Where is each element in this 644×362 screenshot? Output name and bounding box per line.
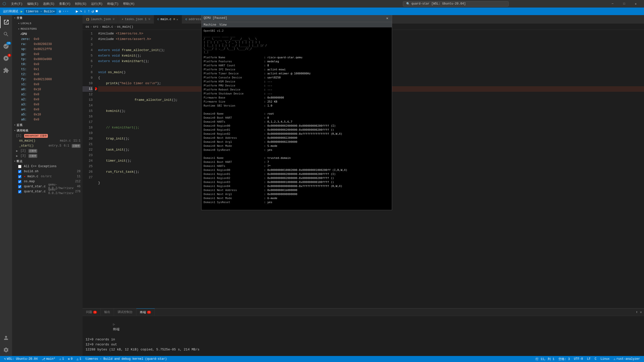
tab-main-c[interactable]: C main.c M ✕ <box>154 15 182 24</box>
tab-close-main[interactable]: ✕ <box>176 18 178 21</box>
status-spaces[interactable]: 空格: 3 <box>556 356 572 362</box>
menu-help[interactable]: 帮助(H) <box>121 1 137 7</box>
activity-explorer[interactable] <box>0 16 12 28</box>
callstack-thread3-header[interactable]: ▶ [3] 已暂停 <box>12 153 83 158</box>
monitor-label: 监视 <box>17 123 22 127</box>
error-icon: ⊗ <box>68 357 70 361</box>
menu-run[interactable]: 运行(R) <box>89 1 105 7</box>
activity-extensions[interactable] <box>0 64 12 76</box>
menu-terminal[interactable]: 终端(T) <box>105 1 121 7</box>
qemu-menu-view[interactable]: View <box>219 23 226 27</box>
qemu-info-line: Domain0 Boot HART: 0 <box>204 116 390 120</box>
panel-tab-problems[interactable]: 问题 1 <box>83 308 101 316</box>
variables-label: 变量 <box>17 16 22 20</box>
output-label: 输出 <box>104 310 110 314</box>
status-eol[interactable]: LF <box>585 356 593 362</box>
activity-scm[interactable]: 19 <box>0 40 12 52</box>
menu-edit[interactable]: 编辑(E) <box>25 1 41 7</box>
tab-launch-json[interactable]: {} launch.json U <box>83 15 118 24</box>
debug-settings-icon[interactable]: ⚙ <box>59 9 61 14</box>
tab-icon-tasks: ⚡ <box>122 18 123 21</box>
qemu-menu-machine[interactable]: Machine <box>204 23 216 27</box>
debug-config-status: timeros - Build and debug kernel (quard-… <box>85 357 167 361</box>
qemu-info-line: Domain1 Region04: 0x0000000000000000-0xf… <box>204 184 390 188</box>
panel-tab-debug-console[interactable]: 调试控制台 <box>114 308 136 316</box>
activity-accounts[interactable] <box>0 332 12 344</box>
bp-main-c[interactable]: ● main.c os/src 11 <box>12 174 83 179</box>
terminal-close-btn[interactable]: ✕ <box>640 310 642 314</box>
menu-goto[interactable]: 转到(G) <box>73 1 89 7</box>
status-os[interactable]: Linux <box>598 356 612 362</box>
terminal-line-3: 12288 bytes (12 kB, 12 KiB) copied, 5.75… <box>86 347 641 352</box>
activity-settings[interactable] <box>0 344 12 356</box>
close-button[interactable]: ✕ <box>630 0 641 8</box>
status-info[interactable]: △ 1 <box>75 356 83 362</box>
registers-label: Registers <box>21 27 37 30</box>
menu-select[interactable]: 选择(S) <box>41 1 57 7</box>
thread1-badge: BREAKPOINT 已暂停 <box>24 134 48 138</box>
breakpoints-section-header[interactable]: ▾ 断点 <box>12 158 83 164</box>
callstack-start[interactable]: _start() entry.S 6:1 已暂停 <box>12 143 83 148</box>
line-numbers: 12345 678910 11 1213141516 1718192021 22… <box>83 30 95 308</box>
status-warnings[interactable]: ⚠ 1 <box>57 356 66 362</box>
status-debug-config[interactable]: timeros - Build and debug kernel (quard-… <box>83 356 534 362</box>
breadcrumb-os-main[interactable]: os_main() <box>117 25 133 29</box>
terminal-line-1: 12+0 records in <box>86 337 641 342</box>
search-bar[interactable]: 🔍 quard-star [WSL: Ubuntu-20.04] <box>403 1 509 7</box>
registers-header[interactable]: ▾ Registers <box>12 26 83 32</box>
qemu-info-line: Runtime SBI Version: 1.0 <box>204 104 390 108</box>
status-encoding[interactable]: UTF-8 <box>572 356 585 362</box>
panel-tab-terminal[interactable]: 终端 1 <box>136 308 155 316</box>
debug-restart-btn[interactable]: ↺ <box>92 9 94 14</box>
locals-header[interactable]: ▾ Locals <box>12 21 83 26</box>
terminal-maximize-btn[interactable]: ⬆ <box>636 310 638 314</box>
status-branch[interactable]: ⎇ main* <box>40 356 57 362</box>
debug-stop-btn[interactable]: ■ <box>95 9 98 14</box>
breadcrumb-main-c[interactable]: main.c <box>102 25 113 29</box>
menu-view[interactable]: 查看(V) <box>57 1 73 7</box>
activity-run[interactable]: 1 <box>0 52 12 64</box>
debug-continue-btn[interactable]: ▶ <box>76 9 78 14</box>
minimize-button[interactable]: ─ <box>607 0 618 8</box>
qemu-info-line: Domain1 Region00: 0x0000000010002000-0x0… <box>204 168 390 172</box>
bp-quard1-count: 46 <box>77 185 81 188</box>
callstack-section-header[interactable]: ▾ 调用堆栈 <box>12 128 83 133</box>
debug-config-label[interactable]: timeros - Builc▾ <box>24 9 56 14</box>
breadcrumb-os[interactable]: os <box>86 25 89 29</box>
menu-file[interactable]: 文件(F) <box>9 1 25 7</box>
tab-tasks-json[interactable]: ⚡ tasks.json 1 U <box>118 15 154 24</box>
cpu-label: CPU <box>21 32 27 36</box>
status-position[interactable]: 行 11, 列 1 <box>534 356 556 362</box>
activity-search[interactable] <box>0 28 12 40</box>
status-language[interactable]: C <box>593 356 598 362</box>
status-wsl[interactable]: ⌥ WSL: Ubuntu-20.04 <box>2 356 40 362</box>
bp-quard2[interactable]: quard_star.c qemu-8.0.2/hw/riscv 276 <box>12 189 83 194</box>
debug-play-icon: ▶ <box>21 9 23 14</box>
status-rust-analyzer[interactable]: ⚠ rust-analyzer <box>612 356 642 362</box>
callstack-label: 调用堆栈 <box>17 129 28 132</box>
breadcrumb-src[interactable]: src <box>93 25 99 29</box>
panel-tabs: 问题 1 输出 调试控制台 终端 1 <box>83 308 644 316</box>
cpu-category[interactable]: ▾ CPU <box>12 32 83 37</box>
status-errors[interactable]: ⊗ 0 <box>66 356 74 362</box>
tab-label-tasks: tasks.json 1 <box>125 18 146 21</box>
eol-label: LF <box>587 357 591 361</box>
debug-more-icon[interactable]: ··· <box>62 9 69 13</box>
debug-step-over-btn[interactable]: ↷ <box>80 9 82 14</box>
bp-cpp-exceptions[interactable]: All C++ Exceptions <box>12 164 83 169</box>
debug-step-into-btn[interactable]: ↓ <box>84 9 86 14</box>
maximize-button[interactable]: □ <box>618 0 630 8</box>
locals-label: Locals <box>21 22 31 25</box>
panel-tab-output[interactable]: 输出 <box>101 308 114 316</box>
monitor-section-header[interactable]: ▾ 监视 <box>12 122 83 128</box>
callstack-thread2-header[interactable]: ▶ [2] 已暂停 <box>12 148 83 153</box>
tab-icon-launch: {} <box>86 18 89 21</box>
bp-build-sh[interactable]: build.sh 28 <box>12 169 83 174</box>
callstack-thread1-header[interactable]: [1] BREAKPOINT 已暂停 <box>12 133 83 138</box>
debug-step-out-btn[interactable]: ↑ <box>88 9 90 14</box>
qemu-info-line: Platform IPI Device: aclint-mswi <box>204 68 390 72</box>
qemu-close-btn[interactable]: ✕ <box>385 16 390 21</box>
qemu-version: OpenSBI v1.2 <box>204 29 390 33</box>
variables-section-header[interactable]: ▾ 变量 <box>12 15 83 21</box>
callstack-os-main[interactable]: os_main() main.c 11:1 已暂停 <box>12 138 83 143</box>
